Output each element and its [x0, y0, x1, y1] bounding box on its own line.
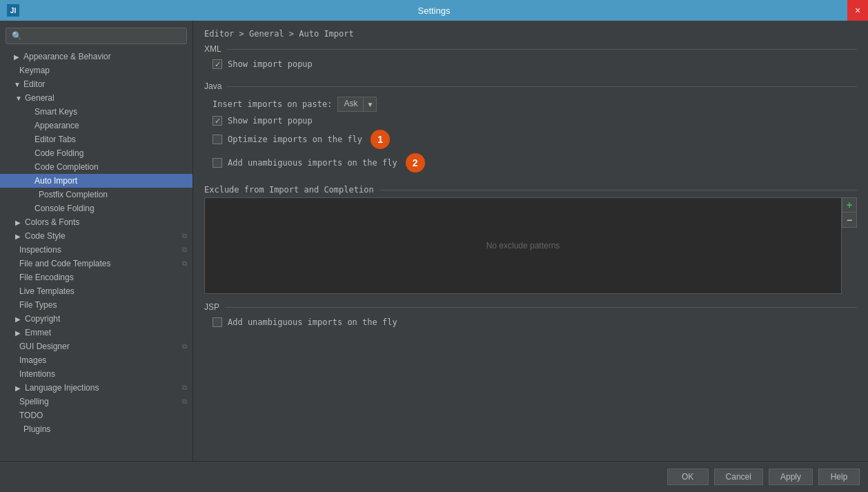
dialog-content: ▶ Appearance & Behavior Keymap ▼ Editor …	[0, 21, 868, 461]
java-section: Java Insert imports on paste: Ask ▼ Show…	[204, 81, 857, 177]
exclude-list: No exclude patterns	[204, 197, 842, 294]
exclude-section: Exclude from Import and Completion No ex…	[204, 185, 857, 294]
sidebar-label: Code Style	[25, 231, 66, 241]
sidebar-label: General	[25, 93, 55, 103]
copy-icon: ⧉	[182, 232, 187, 240]
sidebar-label: Spelling	[19, 397, 49, 406]
sidebar-item-spelling[interactable]: Spelling ⧉	[0, 395, 193, 409]
sidebar-item-console-folding[interactable]: Console Folding	[0, 201, 193, 215]
java-add-unambiguous-checkbox[interactable]	[213, 158, 222, 168]
arrow-icon: ▶	[15, 315, 22, 323]
sidebar-item-general[interactable]: ▼ General	[0, 91, 193, 105]
arrow-icon: ▶	[15, 384, 22, 392]
sidebar-item-images[interactable]: Images	[0, 353, 193, 367]
insert-imports-select-wrapper: Ask ▼	[337, 97, 377, 112]
copy-icon: ⧉	[182, 259, 187, 268]
app-icon: JI	[7, 4, 19, 17]
sidebar-item-todo[interactable]: TODO	[0, 409, 193, 422]
ok-button[interactable]: OK	[667, 469, 709, 485]
arrow-icon: ▶	[14, 53, 21, 61]
sidebar-item-file-code-templates[interactable]: File and Code Templates ⧉	[0, 257, 193, 270]
optimize-imports-checkbox[interactable]	[213, 135, 222, 144]
java-section-title: Java	[204, 81, 857, 91]
arrow-icon: ▶	[15, 329, 22, 337]
sidebar-item-emmet[interactable]: ▶ Emmet	[0, 326, 193, 340]
insert-imports-dropdown-arrow[interactable]: ▼	[363, 97, 377, 112]
sidebar-item-code-folding[interactable]: Code Folding	[0, 146, 193, 160]
sidebar-item-appearance-behavior[interactable]: ▶ Appearance & Behavior	[0, 50, 193, 63]
exclude-section-title: Exclude from Import and Completion	[204, 185, 857, 195]
optimize-imports-row: Optimize imports on the fly 1	[213, 130, 857, 149]
sidebar-item-inspections[interactable]: Inspections ⧉	[0, 243, 193, 257]
sidebar-item-appearance[interactable]: Appearance	[0, 119, 193, 132]
copy-icon: ⧉	[182, 397, 187, 406]
jsp-section: JSP Add unambiguous imports on the fly	[204, 302, 857, 331]
sidebar-label: Live Templates	[19, 286, 75, 296]
sidebar-item-colors-fonts[interactable]: ▶ Colors & Fonts	[0, 215, 193, 229]
copy-icon: ⧉	[182, 342, 187, 351]
jsp-section-title: JSP	[204, 302, 857, 312]
cancel-button[interactable]: Cancel	[714, 469, 763, 485]
exclude-remove-button[interactable]: −	[842, 213, 857, 228]
sidebar-item-copyright[interactable]: ▶ Copyright	[0, 312, 193, 326]
sidebar-label: Inspections	[19, 245, 61, 255]
sidebar-label: Intentions	[19, 369, 55, 379]
insert-imports-label: Insert imports on paste:	[213, 99, 332, 109]
sidebar-label: Editor Tabs	[34, 135, 76, 144]
sidebar-label: Smart Keys	[34, 107, 77, 117]
arrow-icon: ▶	[15, 233, 22, 240]
xml-show-import-popup-checkbox[interactable]	[213, 59, 222, 69]
sidebar-item-keymap[interactable]: Keymap	[0, 63, 193, 77]
sidebar-label: File Types	[19, 300, 57, 310]
copy-icon: ⧉	[182, 246, 187, 254]
xml-section-title: XML	[204, 44, 857, 54]
sidebar-item-gui-designer[interactable]: GUI Designer ⧉	[0, 340, 193, 353]
sidebar-item-live-templates[interactable]: Live Templates	[0, 284, 193, 298]
title-bar: JI Settings ×	[0, 0, 868, 21]
jsp-add-unambiguous-row: Add unambiguous imports on the fly	[213, 317, 857, 327]
sidebar-item-postfix-completion[interactable]: Postfix Completion	[0, 188, 193, 201]
jsp-add-unambiguous-checkbox[interactable]	[213, 317, 222, 327]
java-show-import-popup-checkbox[interactable]	[213, 116, 222, 126]
jsp-add-unambiguous-label: Add unambiguous imports on the fly	[228, 317, 397, 327]
sidebar-label: Appearance	[34, 121, 79, 130]
sidebar-label: Images	[19, 355, 46, 365]
dialog-body: ▶ Appearance & Behavior Keymap ▼ Editor …	[0, 21, 868, 492]
exclude-empty-text: No exclude patterns	[486, 241, 560, 250]
java-show-import-popup-row: Show import popup	[213, 116, 857, 126]
sidebar-item-code-style[interactable]: ▶ Code Style ⧉	[0, 229, 193, 243]
arrow-icon: ▼	[15, 95, 22, 102]
insert-imports-row: Insert imports on paste: Ask ▼	[213, 97, 857, 112]
sidebar-item-code-completion[interactable]: Code Completion	[0, 160, 193, 174]
sidebar: ▶ Appearance & Behavior Keymap ▼ Editor …	[0, 21, 193, 461]
sidebar-item-file-types[interactable]: File Types	[0, 298, 193, 312]
sidebar-label: Copyright	[25, 314, 60, 324]
xml-section: XML Show import popup	[204, 44, 857, 73]
xml-show-import-popup-row: Show import popup	[213, 59, 857, 69]
badge-1: 1	[371, 130, 390, 149]
badge-2: 2	[406, 153, 425, 173]
sidebar-label: Console Folding	[34, 204, 95, 213]
help-button[interactable]: Help	[818, 469, 860, 485]
insert-imports-select[interactable]: Ask	[337, 97, 363, 112]
sidebar-item-smart-keys[interactable]: Smart Keys	[0, 105, 193, 119]
sidebar-item-plugins[interactable]: Plugins	[0, 422, 193, 436]
window-title: Settings	[418, 6, 451, 16]
sidebar-item-file-encodings[interactable]: File Encodings	[0, 270, 193, 284]
close-button[interactable]: ×	[847, 0, 868, 21]
sidebar-label: Code Completion	[34, 162, 99, 172]
sidebar-item-intentions[interactable]: Intentions	[0, 367, 193, 381]
apply-button[interactable]: Apply	[769, 469, 813, 485]
sidebar-label: Code Folding	[34, 148, 83, 158]
sidebar-item-auto-import[interactable]: Auto Import	[0, 174, 193, 188]
search-input[interactable]	[6, 28, 187, 44]
exclude-add-button[interactable]: +	[842, 197, 857, 213]
sidebar-label: Auto Import	[34, 176, 77, 186]
sidebar-label: Keymap	[19, 66, 50, 75]
breadcrumb: Editor > General > Auto Import	[193, 21, 868, 44]
dialog-footer: OK Cancel Apply Help	[0, 461, 868, 492]
sidebar-item-editor-tabs[interactable]: Editor Tabs	[0, 132, 193, 146]
sidebar-item-editor[interactable]: ▼ Editor	[0, 77, 193, 91]
arrow-icon: ▶	[15, 219, 22, 226]
sidebar-item-language-injections[interactable]: ▶ Language Injections ⧉	[0, 381, 193, 395]
